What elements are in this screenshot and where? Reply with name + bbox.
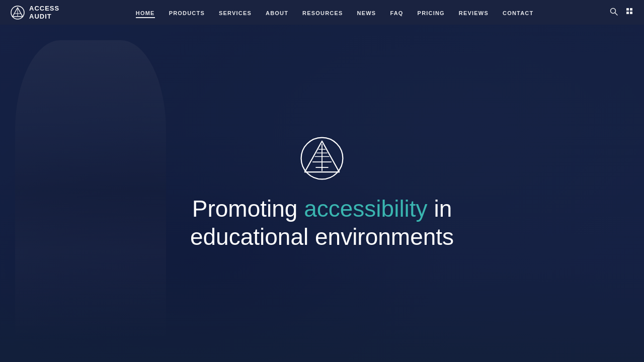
nav-link-home[interactable]: HOME (136, 10, 155, 18)
nav-item-resources[interactable]: RESOURCES (302, 8, 343, 17)
nav-link-resources[interactable]: RESOURCES (302, 10, 343, 16)
hero-section: Promoting accessibility in educational e… (0, 0, 644, 362)
nav-link-products[interactable]: PRODUCTS (169, 10, 205, 16)
nav-item-pricing[interactable]: PRICING (418, 8, 445, 17)
nav-right-controls (610, 8, 634, 18)
hero-logo-icon (299, 136, 345, 181)
nav-link-faq[interactable]: FAQ (390, 10, 403, 16)
hero-content: Promoting accessibility in educational e… (0, 25, 644, 362)
nav-link-contact[interactable]: CONTACT (503, 10, 533, 16)
logo-icon (10, 5, 25, 20)
nav-item-home[interactable]: HOME (136, 8, 155, 17)
nav-link-news[interactable]: NEWS (357, 10, 376, 16)
nav-item-products[interactable]: PRODUCTS (169, 8, 205, 17)
nav-links: HOME PRODUCTS SERVICES ABOUT RESOURCES N… (136, 8, 534, 17)
nav-item-about[interactable]: ABOUT (266, 8, 288, 17)
hero-title: Promoting accessibility in educational e… (190, 195, 454, 250)
nav-link-reviews[interactable]: REVIEWS (459, 10, 489, 16)
hero-title-part2: in (428, 196, 452, 222)
logo-link[interactable]: ACCESS AUDIT (10, 5, 59, 20)
grid-icon[interactable] (626, 8, 634, 18)
svg-line-13 (615, 13, 617, 15)
hero-title-part1: Promoting (192, 196, 304, 222)
search-icon[interactable] (610, 8, 618, 18)
nav-item-services[interactable]: SERVICES (219, 8, 252, 17)
svg-rect-17 (630, 12, 632, 14)
nav-item-contact[interactable]: CONTACT (503, 8, 533, 17)
nav-item-news[interactable]: NEWS (357, 8, 376, 17)
nav-item-faq[interactable]: FAQ (390, 8, 403, 17)
hero-title-highlight: accessibility (304, 196, 427, 222)
nav-item-reviews[interactable]: REVIEWS (459, 8, 489, 17)
nav-link-pricing[interactable]: PRICING (418, 10, 445, 16)
navigation: ACCESS AUDIT HOME PRODUCTS SERVICES ABOU… (0, 0, 644, 25)
nav-link-about[interactable]: ABOUT (266, 10, 288, 16)
nav-link-services[interactable]: SERVICES (219, 10, 252, 16)
svg-rect-14 (626, 8, 629, 11)
svg-rect-16 (626, 12, 629, 14)
hero-title-line2: educational environments (190, 224, 454, 250)
logo-text: ACCESS AUDIT (29, 5, 59, 20)
svg-rect-15 (630, 8, 632, 11)
